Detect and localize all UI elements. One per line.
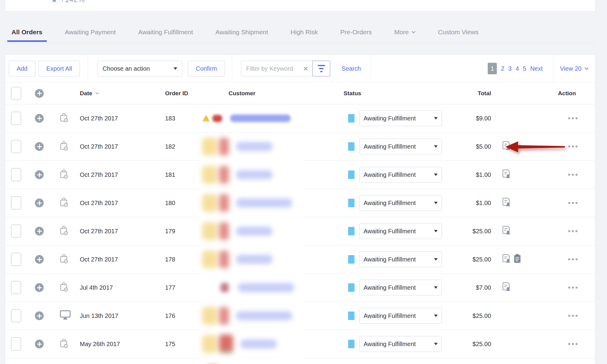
pagination-next[interactable]: Next bbox=[530, 65, 543, 72]
status-select[interactable]: Awaiting Fulfillment bbox=[359, 251, 442, 267]
pagination-page-2[interactable]: 2 bbox=[501, 65, 504, 72]
tab-all-orders[interactable]: All Orders bbox=[7, 23, 47, 41]
invoice-icon[interactable] bbox=[503, 282, 510, 293]
tab-more[interactable]: More bbox=[390, 23, 420, 41]
plus-icon[interactable] bbox=[35, 283, 44, 292]
tab-high-risk[interactable]: High Risk bbox=[286, 23, 322, 41]
row-checkbox[interactable] bbox=[11, 112, 21, 125]
tab-awaiting-payment[interactable]: Awaiting Payment bbox=[61, 23, 120, 41]
confirm-button[interactable]: Confirm bbox=[188, 61, 225, 76]
customer-cell[interactable] bbox=[202, 166, 273, 184]
keyword-filter-input[interactable] bbox=[241, 61, 313, 76]
search-link[interactable]: Search bbox=[342, 65, 361, 72]
table-body: Oct 27th 2017 183 Awaiting Fulfillment $… bbox=[5, 104, 595, 364]
order-date: Jul 4th 2017 bbox=[80, 284, 113, 291]
invoice-icon[interactable] bbox=[503, 197, 510, 208]
pagination-page-4[interactable]: 4 bbox=[516, 65, 519, 72]
caret-down-icon bbox=[434, 145, 438, 148]
tab-awaiting-shipment[interactable]: Awaiting Shipment bbox=[211, 23, 273, 41]
table-row: Oct 27th 2017 183 Awaiting Fulfillment $… bbox=[5, 104, 595, 133]
customer-cell[interactable] bbox=[202, 307, 292, 325]
bulk-action-select[interactable]: Choose an action bbox=[97, 61, 182, 76]
row-actions-button[interactable] bbox=[568, 117, 578, 120]
filter-button[interactable] bbox=[312, 61, 330, 76]
plus-icon[interactable] bbox=[35, 340, 44, 349]
customer-cell[interactable] bbox=[202, 115, 291, 122]
plus-icon[interactable] bbox=[35, 312, 44, 320]
close-icon[interactable]: ✕ bbox=[303, 66, 308, 72]
order-id: 177 bbox=[165, 284, 175, 291]
clipboard-icon[interactable] bbox=[514, 254, 521, 265]
export-all-button[interactable]: Export All bbox=[39, 61, 80, 76]
row-actions-button[interactable] bbox=[568, 174, 578, 176]
tab-custom-views[interactable]: Custom Views bbox=[434, 23, 483, 41]
table-row: Jun 13th 2017 176 Awaiting Fulfillment $… bbox=[5, 302, 595, 330]
row-actions-button[interactable] bbox=[568, 343, 578, 345]
row-checkbox[interactable] bbox=[11, 337, 21, 351]
customer-cell[interactable] bbox=[202, 283, 294, 292]
view-count-select[interactable]: View 20 bbox=[560, 65, 588, 72]
status-select[interactable]: Awaiting Fulfillment bbox=[359, 139, 442, 154]
customer-cell[interactable] bbox=[202, 251, 273, 268]
plus-icon[interactable] bbox=[35, 170, 44, 179]
status-select[interactable]: Awaiting Fulfillment bbox=[359, 308, 442, 324]
caret-down-icon bbox=[434, 174, 438, 176]
column-action: Action bbox=[553, 90, 581, 97]
row-checkbox[interactable] bbox=[11, 224, 21, 238]
row-actions-button[interactable] bbox=[568, 202, 578, 204]
row-actions-button[interactable] bbox=[568, 146, 578, 148]
row-checkbox[interactable] bbox=[11, 168, 21, 181]
invoice-icon[interactable] bbox=[503, 169, 510, 180]
plus-icon[interactable] bbox=[35, 89, 44, 98]
tab-pre-orders[interactable]: Pre-Orders bbox=[336, 23, 376, 41]
bag-icon bbox=[60, 197, 68, 209]
plus-icon[interactable] bbox=[35, 227, 44, 236]
column-customer[interactable]: Customer bbox=[229, 90, 256, 97]
customer-cell[interactable] bbox=[202, 222, 273, 240]
add-button[interactable]: Add bbox=[9, 61, 36, 76]
column-date[interactable]: Date bbox=[80, 90, 99, 97]
status-select[interactable]: Awaiting Fulfillment bbox=[359, 336, 442, 352]
order-date: Oct 27th 2017 bbox=[80, 256, 118, 263]
row-checkbox[interactable] bbox=[11, 309, 21, 322]
row-actions-button[interactable] bbox=[568, 258, 578, 261]
tab-awaiting-fulfillment[interactable]: Awaiting Fulfillment bbox=[134, 23, 197, 41]
status-value: Awaiting Fulfillment bbox=[364, 341, 416, 348]
customer-cell[interactable] bbox=[202, 138, 273, 155]
status-select[interactable]: Awaiting Fulfillment bbox=[359, 167, 442, 183]
status-select[interactable]: Awaiting Fulfillment bbox=[359, 195, 442, 211]
pagination-current-page[interactable]: 1 bbox=[488, 63, 497, 74]
customer-cell[interactable] bbox=[202, 194, 292, 212]
plus-icon[interactable] bbox=[35, 114, 44, 123]
row-checkbox[interactable] bbox=[11, 253, 21, 266]
customer-name-blurred bbox=[236, 142, 273, 151]
status-select[interactable]: Awaiting Fulfillment bbox=[359, 280, 442, 295]
row-actions-button[interactable] bbox=[568, 287, 578, 289]
invoice-icon[interactable] bbox=[503, 226, 510, 237]
customer-cell[interactable] bbox=[202, 335, 277, 353]
customer-name-blurred bbox=[236, 198, 292, 207]
row-actions-button[interactable] bbox=[568, 230, 578, 232]
metric-value: +142% bbox=[60, 0, 85, 4]
row-checkbox[interactable] bbox=[11, 140, 21, 153]
order-date: Oct 27th 2017 bbox=[80, 115, 118, 122]
plus-icon[interactable] bbox=[35, 199, 44, 207]
pagination-page-5[interactable]: 5 bbox=[523, 65, 526, 72]
status-select[interactable]: Awaiting Fulfillment bbox=[359, 110, 442, 126]
invoice-icon[interactable] bbox=[503, 254, 510, 265]
plus-icon[interactable] bbox=[35, 255, 44, 264]
plus-icon[interactable] bbox=[35, 142, 44, 151]
pagination-page-3[interactable]: 3 bbox=[508, 65, 512, 72]
status-value: Awaiting Fulfillment bbox=[364, 200, 416, 207]
status-select[interactable]: Awaiting Fulfillment bbox=[359, 223, 442, 239]
row-actions-button[interactable] bbox=[568, 315, 578, 317]
column-order-id[interactable]: Order ID bbox=[165, 90, 188, 97]
order-total: $25.00 bbox=[442, 228, 491, 235]
row-checkbox[interactable] bbox=[11, 281, 21, 294]
row-checkbox[interactable] bbox=[11, 196, 21, 210]
select-all-checkbox[interactable] bbox=[11, 87, 21, 100]
column-status[interactable]: Status bbox=[344, 90, 361, 97]
order-total: $5.00 bbox=[442, 143, 491, 150]
order-date: Oct 27th 2017 bbox=[80, 228, 118, 235]
column-total[interactable]: Total bbox=[442, 90, 491, 97]
